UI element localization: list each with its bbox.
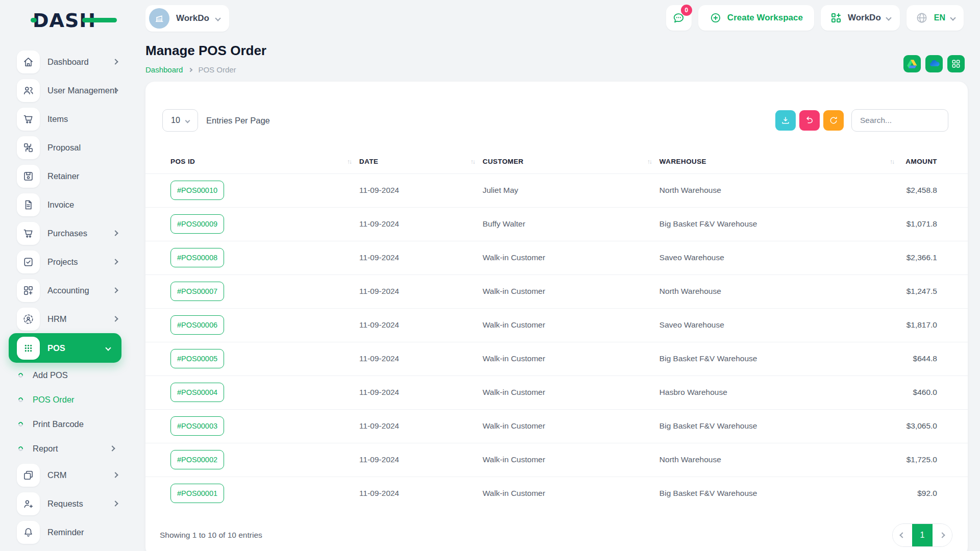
- sort-icon[interactable]: ↑↓: [647, 158, 651, 165]
- page-1-button[interactable]: 1: [912, 524, 933, 546]
- table-controls: 10 Entries Per Page: [145, 82, 968, 132]
- entries-per-page-select[interactable]: 10: [162, 109, 198, 132]
- sidebar-item-user-management[interactable]: User Management: [0, 76, 133, 105]
- customer-name: Walk-in Customer: [483, 287, 546, 295]
- pos-id-badge[interactable]: #POS00001: [170, 484, 224, 503]
- chevron-down-icon: [950, 15, 955, 20]
- workspace-selector[interactable]: WorkDo: [145, 5, 229, 32]
- workdo-menu-button[interactable]: WorkDo: [821, 5, 900, 31]
- cart-icon: [17, 108, 40, 131]
- sidebar-subitem-print-barcode[interactable]: Print Barcode: [0, 412, 133, 436]
- table-row: #POS0000611-09-2024Walk-in CustomerSaveo…: [145, 308, 968, 342]
- order-date: 11-09-2024: [359, 388, 399, 396]
- entries-summary: Showing 1 to 10 of 10 entries: [160, 531, 262, 540]
- order-amount: $1,247.5: [906, 287, 937, 295]
- sidebar-subitem-pos-order[interactable]: POS Order: [0, 387, 133, 412]
- warehouse-name: North Warehouse: [659, 186, 721, 194]
- sidebar-item-crm[interactable]: CRM: [0, 461, 133, 489]
- undo-icon: [804, 115, 815, 126]
- customer-name: Walk-in Customer: [483, 455, 546, 464]
- apps-grid-icon: [951, 59, 961, 69]
- sidebar-nav: DashboardUser ManagementItemsProposalRet…: [0, 47, 133, 546]
- onedrive-button[interactable]: [925, 55, 943, 72]
- order-date: 11-09-2024: [359, 287, 399, 295]
- order-amount: $1,071.8: [906, 219, 937, 228]
- chevron-down-icon: [886, 15, 891, 20]
- sidebar-subitem-add-pos[interactable]: Add POS: [0, 363, 133, 387]
- warehouse-name: Saveo Warehouse: [659, 253, 724, 262]
- retainer-icon: [17, 165, 40, 188]
- language-selector[interactable]: EN: [906, 5, 964, 31]
- logo-green-dot: [31, 18, 37, 22]
- accounting-icon: [17, 279, 40, 302]
- reset-undo-button[interactable]: [799, 110, 820, 131]
- column-header-customer[interactable]: CUSTOMER↑↓: [483, 150, 659, 173]
- column-header-warehouse[interactable]: WAREHOUSE↑↓: [659, 150, 902, 173]
- breadcrumb: Dashboard POS Order: [145, 65, 236, 74]
- pos-id-badge[interactable]: #POS00002: [170, 450, 224, 469]
- customer-name: Walk-in Customer: [483, 388, 546, 396]
- table-row: #POS0000211-09-2024Walk-in CustomerNorth…: [145, 443, 968, 477]
- table-footer: Showing 1 to 10 of 10 entries 1: [145, 510, 968, 547]
- chevron-right-icon: [112, 500, 118, 506]
- pos-id-badge[interactable]: #POS00008: [170, 248, 224, 267]
- messages-button[interactable]: 0: [666, 5, 692, 31]
- sort-icon[interactable]: ↑↓: [471, 158, 475, 165]
- sidebar-item-projects[interactable]: Projects: [0, 247, 133, 276]
- warehouse-name: North Warehouse: [659, 287, 721, 295]
- sidebar-item-pos[interactable]: POS: [9, 333, 121, 363]
- table-header-row: POS ID↑↓DATE↑↓CUSTOMER↑↓WAREHOUSE↑↓AMOUN…: [145, 150, 968, 173]
- sidebar-item-retainer[interactable]: Retainer: [0, 162, 133, 190]
- reminder-icon: [17, 521, 40, 544]
- previous-page-button[interactable]: [893, 524, 912, 546]
- sidebar-item-hrm[interactable]: HRM: [0, 305, 133, 333]
- bullet-icon: [17, 421, 24, 428]
- pos-id-badge[interactable]: #POS00007: [170, 282, 224, 301]
- home-icon: [17, 51, 40, 73]
- sidebar-item-dashboard[interactable]: Dashboard: [0, 47, 133, 76]
- sidebar-item-accounting[interactable]: Accounting: [0, 276, 133, 305]
- pos-id-badge[interactable]: #POS00009: [170, 214, 224, 234]
- pos-id-badge[interactable]: #POS00005: [170, 349, 224, 368]
- breadcrumb-dashboard-link[interactable]: Dashboard: [145, 65, 183, 74]
- sidebar-item-invoice[interactable]: Invoice: [0, 190, 133, 219]
- chevron-right-icon: [112, 316, 118, 321]
- pagination: 1: [892, 523, 952, 547]
- order-amount: $460.0: [913, 388, 937, 396]
- sidebar-item-proposal[interactable]: Proposal: [0, 133, 133, 162]
- warehouse-name: Hasbro Warehouse: [659, 388, 727, 396]
- column-header-date[interactable]: DATE↑↓: [359, 150, 483, 173]
- pos-id-badge[interactable]: #POS00003: [170, 416, 224, 436]
- pos-id-badge[interactable]: #POS00006: [170, 315, 224, 335]
- customer-name: Walk-in Customer: [483, 253, 546, 262]
- customer-name: Juliet May: [483, 186, 519, 194]
- google-drive-button[interactable]: [903, 55, 921, 72]
- table-row: #POS0000711-09-2024Walk-in CustomerNorth…: [145, 274, 968, 308]
- export-download-button[interactable]: [775, 110, 796, 131]
- sidebar-item-requests[interactable]: Requests: [0, 489, 133, 518]
- refresh-button[interactable]: [823, 110, 844, 131]
- apps-grid-button[interactable]: [947, 55, 965, 72]
- quick-actions: [903, 55, 965, 72]
- search-input[interactable]: [851, 109, 948, 132]
- app-logo[interactable]: DASH: [33, 9, 119, 32]
- download-icon: [780, 115, 791, 126]
- chevron-right-icon: [112, 287, 118, 293]
- column-header-pos-id[interactable]: POS ID↑↓: [145, 150, 359, 173]
- chevron-right-icon: [112, 230, 118, 236]
- warehouse-name: Big Basket F&V Warehouse: [659, 354, 757, 363]
- sidebar-item-items[interactable]: Items: [0, 105, 133, 133]
- pos-id-badge[interactable]: #POS00010: [170, 181, 224, 200]
- sort-icon[interactable]: ↑↓: [890, 158, 894, 165]
- sort-icon[interactable]: ↑↓: [347, 158, 351, 165]
- chevron-right-icon: [939, 532, 945, 538]
- next-page-button[interactable]: [933, 524, 952, 546]
- sidebar-item-reminder[interactable]: Reminder: [0, 518, 133, 546]
- sidebar-subitem-report[interactable]: Report: [0, 436, 133, 461]
- pos-id-badge[interactable]: #POS00004: [170, 383, 224, 402]
- users-icon: [17, 79, 40, 102]
- onedrive-cloud-icon: [928, 58, 940, 70]
- sidebar-item-purchases[interactable]: Purchases: [0, 219, 133, 247]
- pos-order-card: 10 Entries Per Page POS ID↑↓DATE↑↓CUSTOM…: [145, 82, 968, 551]
- create-workspace-button[interactable]: Create Workspace: [698, 5, 814, 31]
